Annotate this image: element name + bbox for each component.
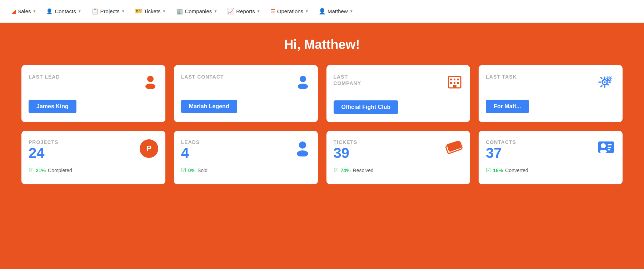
svg-point-23 <box>600 150 607 153</box>
companies-icon: 🏢 <box>176 8 183 15</box>
nav-reports[interactable]: 📈 Reports ▼ <box>223 5 264 18</box>
nav-tickets-arrow: ▼ <box>163 9 166 13</box>
last-lead-header: LAST LEAD <box>29 74 158 93</box>
tickets-icon: 🎫 <box>135 8 142 15</box>
leads-pct: 0% <box>188 168 195 173</box>
sales-filter-icon: ◢ <box>11 8 16 15</box>
company-building-icon <box>446 74 463 93</box>
projects-pct-label: Completed <box>48 168 72 173</box>
svg-rect-8 <box>450 82 452 84</box>
nav-contacts-label: Contacts <box>55 8 76 14</box>
last-lead-button[interactable]: James King <box>29 100 76 113</box>
user-icon: 👤 <box>319 8 326 15</box>
nav-projects-label: Projects <box>100 8 120 14</box>
leads-stat-header: LEADS 4 <box>181 139 311 165</box>
contacts-stat-header: CONTACTS 37 <box>486 139 615 165</box>
tickets-stat-card: TICKETS 39 ☑ 74% Resolved <box>326 131 470 184</box>
last-task-header: LAST TASK <box>486 74 615 93</box>
nav-contacts[interactable]: 👤 Contacts ▼ <box>42 5 85 18</box>
last-task-button[interactable]: For Matt... <box>486 100 529 113</box>
tickets-stat-header: TICKETS 39 <box>334 139 463 165</box>
nav-sales-label: Sales <box>18 8 31 14</box>
svg-rect-6 <box>454 79 455 80</box>
svg-point-17 <box>297 150 308 156</box>
svg-rect-26 <box>608 149 610 150</box>
lead-person-icon <box>143 74 158 93</box>
leads-stat-number: 4 <box>181 145 200 161</box>
projects-icon: 📋 <box>91 8 99 15</box>
greeting-text: Hi, Matthew! <box>21 37 623 52</box>
nav-sales[interactable]: ◢ Sales ▼ <box>7 5 40 18</box>
projects-check-icon: ☑ <box>29 167 34 174</box>
svg-point-16 <box>299 141 306 149</box>
main-content: Hi, Matthew! LAST LEAD James King LAST C… <box>0 23 644 269</box>
nav-companies-arrow: ▼ <box>214 9 217 13</box>
nav-reports-arrow: ▼ <box>257 9 260 13</box>
contacts-pct: 16% <box>493 168 503 173</box>
nav-companies[interactable]: 🏢 Companies ▼ <box>172 5 222 18</box>
svg-rect-24 <box>608 144 612 145</box>
last-contact-header: LAST CONTACT <box>181 74 311 93</box>
svg-point-2 <box>300 76 306 82</box>
tickets-stat-footer: ☑ 74% Resolved <box>334 167 463 174</box>
projects-stat-footer: ☑ 21% Completed <box>29 167 158 174</box>
svg-point-0 <box>147 76 154 82</box>
contacts-card-icon <box>597 139 615 158</box>
leads-stat-footer: ☑ 0% Sold <box>181 167 311 174</box>
contacts-icon: 👤 <box>46 8 53 15</box>
contact-person-icon <box>295 74 311 93</box>
projects-pct: 21% <box>36 168 46 173</box>
projects-stat-label: PROJECTS <box>29 139 58 145</box>
contacts-stat-card: CONTACTS 37 ☑ 16% Convert <box>479 131 623 184</box>
projects-stat-header: PROJECTS 24 P <box>29 139 158 165</box>
nav-operations-label: Operations <box>277 8 303 14</box>
reports-icon: 📈 <box>227 8 234 15</box>
contacts-stat-label: CONTACTS <box>486 139 516 145</box>
leads-stat-label: LEADS <box>181 139 200 145</box>
last-company-button[interactable]: Official Fight Club <box>334 100 399 114</box>
nav-sales-arrow: ▼ <box>33 9 36 13</box>
last-company-label: LAST COMPANY <box>334 74 361 86</box>
nav-operations-arrow: ▼ <box>305 9 309 13</box>
svg-point-15 <box>609 78 610 80</box>
svg-rect-25 <box>608 147 611 148</box>
tickets-pct: 74% <box>341 168 351 173</box>
ticket-icon <box>445 139 463 158</box>
svg-rect-9 <box>454 82 455 84</box>
last-lead-label: LAST LEAD <box>29 74 60 80</box>
leads-stat-card: LEADS 4 ☑ 0% Sold <box>174 131 318 184</box>
leads-pct-label: Sold <box>198 168 208 173</box>
last-contact-card: LAST CONTACT Mariah Legend <box>174 65 318 122</box>
nav-operations[interactable]: ☰ Operations ▼ <box>266 5 313 18</box>
nav-tickets[interactable]: 🎫 Tickets ▼ <box>131 5 170 18</box>
contacts-check-icon: ☑ <box>486 167 491 174</box>
top-cards-row: LAST LEAD James King LAST CONTACT <box>21 65 623 122</box>
stat-cards-row: PROJECTS 24 P ☑ 21% Completed LEADS 4 <box>21 131 623 184</box>
last-task-label: LAST TASK <box>486 74 517 80</box>
last-contact-button[interactable]: Mariah Legend <box>181 100 237 113</box>
navbar: ◢ Sales ▼ 👤 Contacts ▼ 📋 Projects ▼ 🎫 Ti… <box>0 0 644 23</box>
svg-rect-5 <box>450 79 452 80</box>
last-contact-label: LAST CONTACT <box>181 74 224 80</box>
nav-companies-label: Companies <box>185 8 212 14</box>
nav-projects[interactable]: 📋 Projects ▼ <box>87 5 129 18</box>
nav-matthew-arrow: ▼ <box>350 9 353 13</box>
nav-reports-label: Reports <box>236 8 255 14</box>
contacts-stat-number: 37 <box>486 145 516 161</box>
operations-icon: ☰ <box>270 8 275 15</box>
svg-point-13 <box>604 81 606 83</box>
nav-tickets-label: Tickets <box>144 8 161 14</box>
nav-matthew-label: Matthew <box>328 8 348 14</box>
svg-point-1 <box>145 84 155 89</box>
nav-projects-arrow: ▼ <box>121 9 125 13</box>
tickets-check-icon: ☑ <box>334 167 339 174</box>
nav-matthew[interactable]: 👤 Matthew ▼ <box>314 5 358 18</box>
leads-person-icon <box>294 139 311 160</box>
svg-rect-11 <box>453 85 456 88</box>
nav-contacts-arrow: ▼ <box>78 9 81 13</box>
svg-rect-10 <box>457 82 459 84</box>
projects-p-icon: P <box>140 139 158 158</box>
contacts-stat-footer: ☑ 16% Converted <box>486 167 615 174</box>
projects-stat-number: 24 <box>29 145 58 161</box>
svg-point-22 <box>601 143 606 148</box>
